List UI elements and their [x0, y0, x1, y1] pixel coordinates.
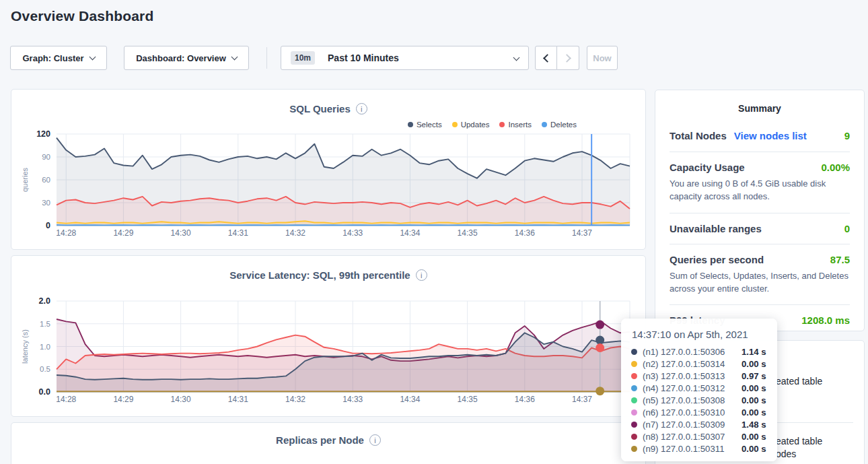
- svg-text:14:32: 14:32: [285, 395, 305, 404]
- divider: [670, 213, 850, 213]
- svg-text:2.0: 2.0: [39, 296, 50, 306]
- node-color-dot-icon: [631, 409, 637, 416]
- node-color-dot-icon: [631, 361, 637, 367]
- legend-dot-icon: [408, 122, 413, 127]
- time-range-badge: 10m: [291, 51, 315, 65]
- event-item-fragment: odes: [776, 449, 796, 459]
- dashboard-dropdown[interactable]: Dashboard: Overview: [124, 46, 249, 70]
- now-button[interactable]: Now: [587, 46, 618, 70]
- chart-hover-tooltip: 14:37:10 on Apr 5th, 2021 (n1) 127.0.0.1…: [621, 319, 777, 461]
- service-latency-card: Service Latency: SQL, 99th percentile i …: [11, 255, 646, 417]
- svg-text:14:34: 14:34: [400, 395, 420, 404]
- node-color-dot-icon: [631, 397, 637, 403]
- page-title: Overview Dashboard: [11, 8, 154, 24]
- event-item-fragment: eated table: [776, 376, 822, 387]
- replicas-per-node-title: Replicas per Node: [276, 434, 364, 446]
- summary-panel: Summary Total NodesView nodes list 9 Cap…: [655, 90, 865, 331]
- node-color-dot-icon: [631, 434, 637, 440]
- node-color-dot-icon: [631, 349, 637, 355]
- node-color-dot-icon: [631, 422, 637, 428]
- tooltip-node-row: (n6) 127.0.0.1:503100.00 s: [631, 406, 767, 418]
- dashboard-dropdown-label: Dashboard: Overview: [136, 53, 226, 63]
- svg-text:14:37: 14:37: [572, 395, 592, 404]
- divider: [670, 244, 850, 244]
- info-icon[interactable]: i: [369, 434, 381, 446]
- capacity-usage-row: Capacity Usage 0.00%: [670, 162, 850, 173]
- total-nodes-row: Total NodesView nodes list 9: [670, 130, 850, 142]
- node-color-dot-icon: [631, 385, 637, 391]
- svg-text:14:35: 14:35: [458, 228, 478, 238]
- time-next-button[interactable]: [557, 46, 579, 70]
- service-latency-chart[interactable]: 0.00.51.01.52.014:2814:2914:3014:3114:32…: [11, 294, 647, 410]
- node-color-dot-icon: [631, 446, 637, 452]
- tooltip-node-row: (n3) 127.0.0.1:503130.97 s: [631, 370, 767, 382]
- info-icon[interactable]: i: [416, 269, 427, 281]
- svg-text:0.5: 0.5: [40, 365, 50, 373]
- sql-queries-title: SQL Queries: [289, 103, 351, 114]
- tooltip-timestamp: 14:37:10 on Apr 5th, 2021: [632, 329, 767, 340]
- legend-dot-icon: [452, 122, 458, 127]
- svg-text:14:34: 14:34: [400, 228, 420, 238]
- divider: [670, 152, 850, 152]
- tooltip-node-row: (n5) 127.0.0.1:503080.00 s: [631, 394, 767, 406]
- capacity-usage-description: You are using 0 B of 4.5 GiB usable disk…: [670, 178, 850, 203]
- svg-text:14:28: 14:28: [56, 228, 76, 238]
- tooltip-node-row: (n7) 127.0.0.1:503091.48 s: [631, 418, 767, 430]
- toolbar-divider: [266, 47, 267, 69]
- unavailable-ranges-row: Unavailable ranges 0: [670, 223, 850, 234]
- total-nodes-value: 9: [844, 130, 850, 141]
- svg-text:30: 30: [42, 199, 50, 207]
- svg-text:0.0: 0.0: [39, 387, 50, 397]
- time-range-label: Past 10 Minutes: [328, 53, 399, 63]
- time-range-selector[interactable]: 10m Past 10 Minutes: [281, 46, 529, 70]
- service-latency-title: Service Latency: SQL, 99th percentile: [229, 269, 410, 281]
- chevron-down-icon: [513, 55, 520, 61]
- time-prev-button[interactable]: [535, 46, 557, 70]
- svg-text:1.5: 1.5: [40, 320, 50, 328]
- replicas-per-node-card: Replicas per Node i: [11, 422, 646, 464]
- svg-text:0: 0: [46, 221, 50, 230]
- unavailable-ranges-value: 0: [844, 223, 850, 234]
- total-nodes-label: Total Nodes: [670, 130, 727, 141]
- graph-dropdown[interactable]: Graph: Cluster: [10, 46, 107, 70]
- p99-latency-value: 1208.0 ms: [801, 314, 850, 326]
- svg-text:14:29: 14:29: [113, 395, 133, 404]
- time-nav-group: [535, 46, 579, 70]
- legend-dot-icon: [542, 122, 547, 127]
- queries-per-second-description: Sum of Selects, Updates, Inserts, and De…: [670, 270, 850, 296]
- svg-text:14:31: 14:31: [228, 228, 248, 238]
- svg-text:14:28: 14:28: [56, 395, 76, 404]
- svg-text:14:29: 14:29: [113, 228, 133, 238]
- chevron-right-icon: [563, 54, 571, 63]
- svg-text:14:33: 14:33: [342, 395, 363, 404]
- svg-text:14:30: 14:30: [171, 228, 191, 238]
- divider: [670, 304, 850, 305]
- sql-queries-chart[interactable]: 030609012014:2814:2914:3014:3114:3214:33…: [11, 127, 647, 243]
- tooltip-node-row: (n2) 127.0.0.1:503140.00 s: [631, 358, 767, 370]
- overview-dashboard-page: Overview Dashboard Graph: Cluster Dashbo…: [0, 0, 868, 464]
- capacity-usage-value: 0.00%: [821, 162, 850, 173]
- svg-text:queries: queries: [21, 167, 29, 192]
- svg-text:60: 60: [42, 176, 50, 184]
- queries-per-second-label: Queries per second: [670, 254, 764, 265]
- queries-per-second-value: 87.5: [830, 254, 850, 265]
- tooltip-node-row: (n9) 127.0.0.1:503110.00 s: [631, 442, 767, 455]
- svg-text:14:36: 14:36: [515, 395, 535, 404]
- svg-text:14:37: 14:37: [572, 228, 592, 238]
- svg-text:14:35: 14:35: [458, 395, 478, 404]
- info-icon[interactable]: i: [356, 103, 367, 114]
- view-nodes-list-link[interactable]: View nodes list: [734, 130, 807, 141]
- tooltip-node-row: (n1) 127.0.0.1:503061.14 s: [631, 345, 767, 358]
- svg-text:14:33: 14:33: [342, 228, 363, 238]
- tooltip-node-row: (n8) 127.0.0.1:503070.00 s: [631, 430, 767, 442]
- chevron-down-icon: [231, 53, 238, 60]
- svg-text:1.0: 1.0: [40, 343, 50, 351]
- svg-text:90: 90: [42, 153, 50, 161]
- svg-text:14:32: 14:32: [285, 228, 305, 238]
- svg-text:14:30: 14:30: [171, 395, 191, 404]
- queries-per-second-row: Queries per second 87.5: [670, 254, 850, 265]
- graph-dropdown-label: Graph: Cluster: [22, 53, 83, 63]
- svg-text:14:31: 14:31: [228, 395, 248, 404]
- svg-text:latency (s): latency (s): [21, 329, 29, 364]
- chevron-down-icon: [89, 53, 96, 60]
